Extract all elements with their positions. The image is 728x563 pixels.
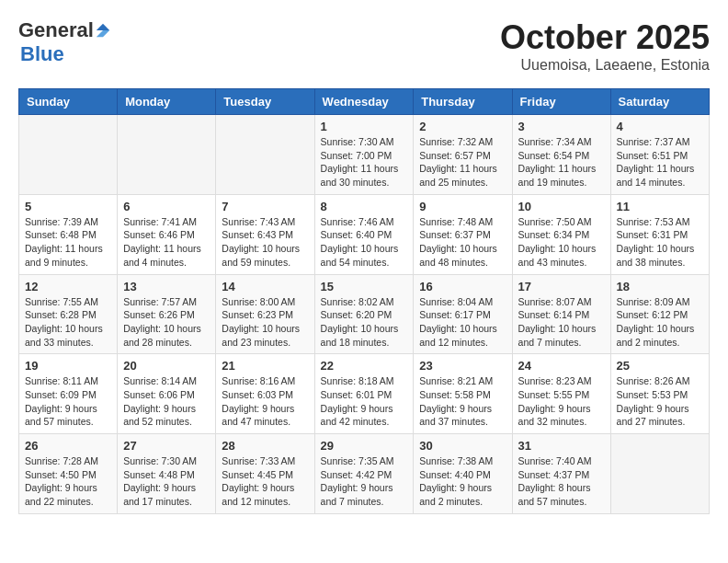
table-cell: 8Sunrise: 7:46 AM Sunset: 6:40 PM Daylig… bbox=[314, 194, 414, 274]
header-sunday: Sunday bbox=[19, 89, 118, 115]
day-info: Sunrise: 8:23 AM Sunset: 5:55 PM Dayligh… bbox=[518, 374, 605, 429]
table-cell: 31Sunrise: 7:40 AM Sunset: 4:37 PM Dayli… bbox=[512, 434, 610, 514]
table-cell: 15Sunrise: 8:02 AM Sunset: 6:20 PM Dayli… bbox=[314, 274, 414, 354]
day-number: 20 bbox=[123, 359, 210, 373]
day-info: Sunrise: 7:50 AM Sunset: 6:34 PM Dayligh… bbox=[518, 215, 605, 270]
day-number: 7 bbox=[222, 200, 308, 213]
table-cell bbox=[216, 115, 314, 195]
day-number: 5 bbox=[25, 200, 111, 213]
header-saturday: Saturday bbox=[610, 89, 709, 115]
day-info: Sunrise: 7:38 AM Sunset: 4:40 PM Dayligh… bbox=[419, 454, 506, 509]
day-number: 30 bbox=[419, 439, 506, 453]
table-cell: 30Sunrise: 7:38 AM Sunset: 4:40 PM Dayli… bbox=[414, 434, 512, 514]
day-info: Sunrise: 8:02 AM Sunset: 6:20 PM Dayligh… bbox=[321, 295, 408, 350]
table-cell: 5Sunrise: 7:39 AM Sunset: 6:48 PM Daylig… bbox=[19, 194, 118, 274]
day-number: 26 bbox=[25, 439, 111, 453]
table-cell: 11Sunrise: 7:53 AM Sunset: 6:31 PM Dayli… bbox=[610, 194, 709, 274]
table-cell: 28Sunrise: 7:33 AM Sunset: 4:45 PM Dayli… bbox=[216, 434, 314, 514]
logo-general: General bbox=[18, 18, 94, 42]
header-friday: Friday bbox=[512, 89, 610, 115]
table-cell: 26Sunrise: 7:28 AM Sunset: 4:50 PM Dayli… bbox=[19, 434, 118, 514]
location-subtitle: Uuemoisa, Laeaene, Estonia bbox=[500, 57, 710, 74]
logo-icon bbox=[95, 22, 111, 39]
day-number: 6 bbox=[123, 200, 210, 213]
table-cell: 3Sunrise: 7:34 AM Sunset: 6:54 PM Daylig… bbox=[512, 115, 610, 195]
day-info: Sunrise: 7:46 AM Sunset: 6:40 PM Dayligh… bbox=[321, 215, 408, 270]
month-title: October 2025 bbox=[500, 18, 710, 57]
table-cell bbox=[610, 434, 709, 514]
day-number: 14 bbox=[222, 280, 308, 293]
header-thursday: Thursday bbox=[414, 89, 512, 115]
day-info: Sunrise: 8:00 AM Sunset: 6:23 PM Dayligh… bbox=[222, 295, 308, 350]
table-cell: 14Sunrise: 8:00 AM Sunset: 6:23 PM Dayli… bbox=[216, 274, 314, 354]
table-cell: 10Sunrise: 7:50 AM Sunset: 6:34 PM Dayli… bbox=[512, 194, 610, 274]
day-info: Sunrise: 8:26 AM Sunset: 5:53 PM Dayligh… bbox=[617, 374, 703, 429]
day-number: 17 bbox=[518, 280, 605, 293]
day-info: Sunrise: 7:41 AM Sunset: 6:46 PM Dayligh… bbox=[123, 215, 210, 270]
day-info: Sunrise: 7:40 AM Sunset: 4:37 PM Dayligh… bbox=[518, 454, 605, 509]
table-cell bbox=[118, 115, 216, 195]
day-info: Sunrise: 7:34 AM Sunset: 6:54 PM Dayligh… bbox=[518, 135, 605, 190]
day-number: 21 bbox=[222, 359, 308, 373]
day-number: 28 bbox=[222, 439, 308, 453]
day-number: 31 bbox=[518, 439, 605, 453]
table-cell: 21Sunrise: 8:16 AM Sunset: 6:03 PM Dayli… bbox=[216, 354, 314, 434]
day-info: Sunrise: 7:55 AM Sunset: 6:28 PM Dayligh… bbox=[25, 295, 111, 350]
svg-marker-0 bbox=[97, 24, 109, 30]
day-info: Sunrise: 7:43 AM Sunset: 6:43 PM Dayligh… bbox=[222, 215, 308, 270]
day-number: 3 bbox=[518, 120, 605, 133]
day-number: 12 bbox=[25, 280, 111, 293]
table-cell: 25Sunrise: 8:26 AM Sunset: 5:53 PM Dayli… bbox=[610, 354, 709, 434]
day-info: Sunrise: 7:48 AM Sunset: 6:37 PM Dayligh… bbox=[419, 215, 506, 270]
day-number: 24 bbox=[518, 359, 605, 373]
week-row-3: 12Sunrise: 7:55 AM Sunset: 6:28 PM Dayli… bbox=[19, 274, 710, 354]
day-info: Sunrise: 8:07 AM Sunset: 6:14 PM Dayligh… bbox=[518, 295, 605, 350]
day-info: Sunrise: 7:32 AM Sunset: 6:57 PM Dayligh… bbox=[419, 135, 506, 190]
day-number: 27 bbox=[123, 439, 210, 453]
day-number: 15 bbox=[321, 280, 408, 293]
table-cell: 16Sunrise: 8:04 AM Sunset: 6:17 PM Dayli… bbox=[414, 274, 512, 354]
table-cell: 29Sunrise: 7:35 AM Sunset: 4:42 PM Dayli… bbox=[314, 434, 414, 514]
table-cell: 19Sunrise: 8:11 AM Sunset: 6:09 PM Dayli… bbox=[19, 354, 118, 434]
day-info: Sunrise: 7:39 AM Sunset: 6:48 PM Dayligh… bbox=[25, 215, 111, 270]
day-number: 10 bbox=[518, 200, 605, 213]
page-header: General Blue October 2025 Uuemoisa, Laea… bbox=[18, 18, 710, 74]
day-info: Sunrise: 8:18 AM Sunset: 6:01 PM Dayligh… bbox=[321, 374, 408, 429]
title-block: October 2025 Uuemoisa, Laeaene, Estonia bbox=[500, 18, 710, 74]
day-info: Sunrise: 7:35 AM Sunset: 4:42 PM Dayligh… bbox=[321, 454, 408, 509]
table-cell: 2Sunrise: 7:32 AM Sunset: 6:57 PM Daylig… bbox=[414, 115, 512, 195]
week-row-5: 26Sunrise: 7:28 AM Sunset: 4:50 PM Dayli… bbox=[19, 434, 710, 514]
table-cell: 18Sunrise: 8:09 AM Sunset: 6:12 PM Dayli… bbox=[610, 274, 709, 354]
table-cell: 1Sunrise: 7:30 AM Sunset: 7:00 PM Daylig… bbox=[314, 115, 414, 195]
table-cell: 7Sunrise: 7:43 AM Sunset: 6:43 PM Daylig… bbox=[216, 194, 314, 274]
day-info: Sunrise: 7:33 AM Sunset: 4:45 PM Dayligh… bbox=[222, 454, 308, 509]
table-cell: 6Sunrise: 7:41 AM Sunset: 6:46 PM Daylig… bbox=[118, 194, 216, 274]
day-number: 19 bbox=[25, 359, 111, 373]
header-row: Sunday Monday Tuesday Wednesday Thursday… bbox=[19, 89, 710, 115]
day-info: Sunrise: 7:37 AM Sunset: 6:51 PM Dayligh… bbox=[617, 135, 703, 190]
table-cell: 9Sunrise: 7:48 AM Sunset: 6:37 PM Daylig… bbox=[414, 194, 512, 274]
day-info: Sunrise: 7:30 AM Sunset: 4:48 PM Dayligh… bbox=[123, 454, 210, 509]
table-cell: 17Sunrise: 8:07 AM Sunset: 6:14 PM Dayli… bbox=[512, 274, 610, 354]
day-info: Sunrise: 7:57 AM Sunset: 6:26 PM Dayligh… bbox=[123, 295, 210, 350]
table-cell: 22Sunrise: 8:18 AM Sunset: 6:01 PM Dayli… bbox=[314, 354, 414, 434]
week-row-4: 19Sunrise: 8:11 AM Sunset: 6:09 PM Dayli… bbox=[19, 354, 710, 434]
table-cell bbox=[19, 115, 118, 195]
day-number: 22 bbox=[321, 359, 408, 373]
logo: General Blue bbox=[18, 18, 112, 66]
logo-blue: Blue bbox=[20, 42, 64, 65]
day-number: 25 bbox=[617, 359, 703, 373]
day-info: Sunrise: 8:04 AM Sunset: 6:17 PM Dayligh… bbox=[419, 295, 506, 350]
day-number: 18 bbox=[617, 280, 703, 293]
day-number: 9 bbox=[419, 200, 506, 213]
day-info: Sunrise: 8:16 AM Sunset: 6:03 PM Dayligh… bbox=[222, 374, 308, 429]
table-cell: 27Sunrise: 7:30 AM Sunset: 4:48 PM Dayli… bbox=[118, 434, 216, 514]
table-cell: 24Sunrise: 8:23 AM Sunset: 5:55 PM Dayli… bbox=[512, 354, 610, 434]
day-number: 8 bbox=[321, 200, 408, 213]
day-info: Sunrise: 8:14 AM Sunset: 6:06 PM Dayligh… bbox=[123, 374, 210, 429]
table-cell: 4Sunrise: 7:37 AM Sunset: 6:51 PM Daylig… bbox=[610, 115, 709, 195]
day-info: Sunrise: 8:09 AM Sunset: 6:12 PM Dayligh… bbox=[617, 295, 703, 350]
day-number: 1 bbox=[321, 120, 408, 133]
day-info: Sunrise: 7:30 AM Sunset: 7:00 PM Dayligh… bbox=[321, 135, 408, 190]
day-number: 11 bbox=[617, 200, 703, 213]
